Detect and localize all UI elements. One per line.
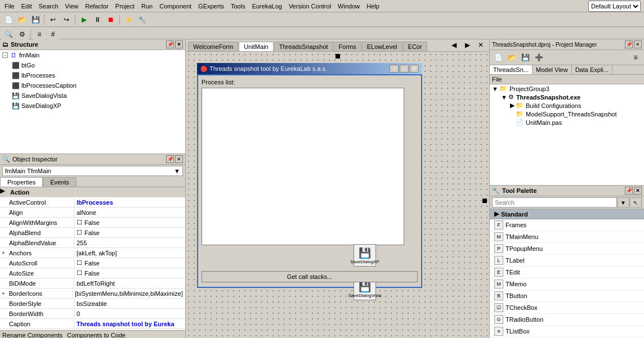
prop-value-alphablendvalue[interactable]: 255: [74, 238, 185, 247]
prop-value-borderstyle[interactable]: bsSizeable: [74, 299, 185, 308]
tab-left-btn[interactable]: ◀: [448, 39, 460, 51]
prop-value-anchors[interactable]: [akLeft, akTop]: [74, 248, 185, 258]
tree-item-fmmain[interactable]: - 🗋 fmMain: [0, 50, 185, 60]
oi-close-btn[interactable]: ✕: [175, 155, 183, 163]
prop-value-autoscroll[interactable]: ☐False: [74, 258, 185, 268]
oi-dropdown-icon[interactable]: ▼: [174, 168, 180, 174]
prop-value-bidimode[interactable]: bdLeftToRight: [74, 278, 185, 288]
toggle2[interactable]: 🔧: [136, 13, 148, 26]
grid-btn[interactable]: #: [47, 28, 59, 40]
save-dialog-xp-icon[interactable]: 💾 SaveDialogXP: [354, 244, 376, 267]
tp-item-tcheckbox[interactable]: ☑ TCheckBox: [490, 302, 644, 314]
oi-pin-btn[interactable]: 📌: [166, 155, 174, 163]
structure-close-btn[interactable]: ✕: [175, 40, 183, 48]
proj-expand-buildconfigs[interactable]: ▶: [510, 102, 515, 109]
tp-close-btn[interactable]: ✕: [634, 187, 642, 195]
menu-edit[interactable]: Edit: [18, 2, 35, 11]
prop-value-bordericons[interactable]: [biSystemMenu,biMinimize,biMaximize]: [73, 289, 185, 298]
tab-right-btn[interactable]: ▶: [461, 39, 473, 51]
align-btn[interactable]: ≡: [33, 28, 46, 40]
tree-item-savedialogvista[interactable]: 💾 SaveDialogVista: [0, 91, 185, 101]
pm-new-btn[interactable]: 📄: [492, 51, 504, 64]
components-to-code-link[interactable]: Components to Code: [67, 332, 126, 338]
menu-gexperts[interactable]: GExperts: [195, 2, 227, 11]
menu-version-control[interactable]: Version Control: [285, 2, 334, 11]
menu-project[interactable]: Project: [112, 2, 138, 11]
tree-expand-fmmain[interactable]: -: [2, 52, 8, 58]
tp-item-tradiobutton[interactable]: ⊙ TRadioButton: [490, 314, 644, 326]
proj-expand-projectgroup[interactable]: ▼: [492, 85, 498, 92]
project-manager-close-btn[interactable]: ✕: [634, 40, 642, 48]
tp-pin-btn[interactable]: 📌: [625, 187, 633, 195]
tp-item-tmemo[interactable]: M TMemo: [490, 278, 644, 290]
proj-expand-threadssnapshot[interactable]: ▼: [501, 94, 507, 101]
center-tab-forms[interactable]: Forms: [334, 42, 361, 51]
toggle1[interactable]: ⚡: [122, 13, 135, 26]
tp-item-frames[interactable]: F Frames: [490, 219, 644, 231]
layout-selector[interactable]: Default Layout: [588, 1, 641, 12]
undo-btn[interactable]: ↩: [47, 13, 59, 26]
section-arrow[interactable]: ▶: [0, 187, 8, 197]
tp-cursor-btn[interactable]: ↖: [629, 197, 642, 208]
tree-item-btgo[interactable]: ⬛ btGo: [0, 60, 185, 70]
prop-expand-bordericons[interactable]: +: [0, 289, 7, 298]
center-tab-welcomeform[interactable]: WelcomeForm: [188, 42, 238, 51]
menu-component[interactable]: Component: [156, 2, 195, 11]
config-btn[interactable]: ⚙: [16, 28, 28, 40]
tree-item-savedialogxp[interactable]: 💾 SaveDialogXP: [0, 101, 185, 111]
tab-close-btn[interactable]: ✕: [475, 39, 487, 51]
menu-tools[interactable]: Tools: [227, 2, 249, 11]
tree-item-lbprocesses[interactable]: ⬛ lbProcesses: [0, 70, 185, 80]
pm-tab-dataexpl[interactable]: Data Expli...: [572, 65, 612, 74]
tp-item-tpopupmenu[interactable]: P TPopupMenu: [490, 243, 644, 255]
prop-value-alignwithmargins[interactable]: ☐False: [74, 218, 185, 227]
open-btn[interactable]: 📂: [16, 13, 28, 26]
prop-value-activecontrol[interactable]: lbProcesses: [74, 197, 185, 207]
tp-item-tlistbox[interactable]: ≡ TListBox: [490, 326, 644, 337]
pm-add-btn[interactable]: ➕: [533, 51, 545, 64]
menu-file[interactable]: File: [1, 2, 18, 11]
prop-value-autosize[interactable]: ☐False: [74, 268, 185, 278]
redo-btn[interactable]: ↪: [60, 13, 73, 26]
tree-item-lbprocessescaption[interactable]: ⬛ lbProcessesCaption: [0, 80, 185, 91]
proj-item-modelsupport[interactable]: ▶ 📁 ModelSupport_ThreadsSnapshot: [490, 110, 644, 118]
oi-tab-properties[interactable]: Properties: [0, 177, 43, 187]
proj-item-projectgroup[interactable]: ▼ 📁 ProjectGroup3: [490, 84, 644, 93]
proj-item-unitmain[interactable]: ▶ 📄 UnitMain.pas: [490, 118, 644, 127]
prop-value-caption[interactable]: Threads snapshot tool by Eureka: [74, 319, 185, 328]
pm-tab-threadssn[interactable]: ThreadsSn...: [490, 65, 533, 74]
pm-save-btn[interactable]: 💾: [519, 51, 531, 64]
stop-btn[interactable]: ⏹: [105, 13, 117, 26]
pm-tab-modelview[interactable]: Model View: [533, 65, 572, 74]
resize-handle-top[interactable]: [336, 54, 340, 58]
menu-help[interactable]: Help: [363, 2, 383, 11]
tp-search-btn[interactable]: ▼: [617, 197, 629, 208]
tp-item-tedit[interactable]: E TEdit: [490, 267, 644, 278]
center-tab-elowlevel[interactable]: ELowLevel: [362, 42, 402, 51]
project-manager-pin-btn[interactable]: 📌: [625, 40, 633, 48]
menu-eurekalog[interactable]: EurekaLog: [249, 2, 285, 11]
tp-category-standard[interactable]: ▶ Standard: [490, 209, 644, 219]
oi-tab-events[interactable]: Events: [43, 177, 77, 187]
prop-value-align[interactable]: alNone: [74, 208, 185, 217]
pause-btn[interactable]: ⏸: [91, 13, 104, 26]
proj-item-threadssnapshot[interactable]: ▼ ⚙ ThreadsSnapshot.exe: [490, 93, 644, 101]
menu-refactor[interactable]: Refactor: [82, 2, 112, 11]
save-btn[interactable]: 💾: [29, 13, 42, 26]
center-tab-threadssnapshot[interactable]: ThreadsSnapshot: [274, 42, 333, 51]
inspect-btn[interactable]: 🔍: [2, 28, 15, 40]
prop-expand-anchors[interactable]: +: [0, 248, 7, 258]
menu-run[interactable]: Run: [138, 2, 156, 11]
new-btn[interactable]: 📄: [2, 13, 15, 26]
center-tab-unitmain[interactable]: UnitMain: [239, 42, 273, 51]
rename-components-link[interactable]: Rename Components: [2, 332, 62, 338]
menu-window[interactable]: Window: [334, 2, 363, 11]
tp-item-tbutton[interactable]: B TButton: [490, 290, 644, 302]
form-designer-canvas[interactable]: 🔴 Threads snapshot tool by EurekaLab s.a…: [186, 52, 489, 338]
run-btn[interactable]: ▶: [78, 13, 90, 26]
pm-open-btn[interactable]: 📂: [506, 51, 518, 64]
form-minimize-btn[interactable]: –: [390, 65, 399, 73]
menu-search[interactable]: Search: [35, 2, 62, 11]
oi-selector[interactable]: fmMain TfmMain ▼: [2, 166, 183, 176]
center-tab-ecor[interactable]: ECor: [403, 42, 427, 51]
